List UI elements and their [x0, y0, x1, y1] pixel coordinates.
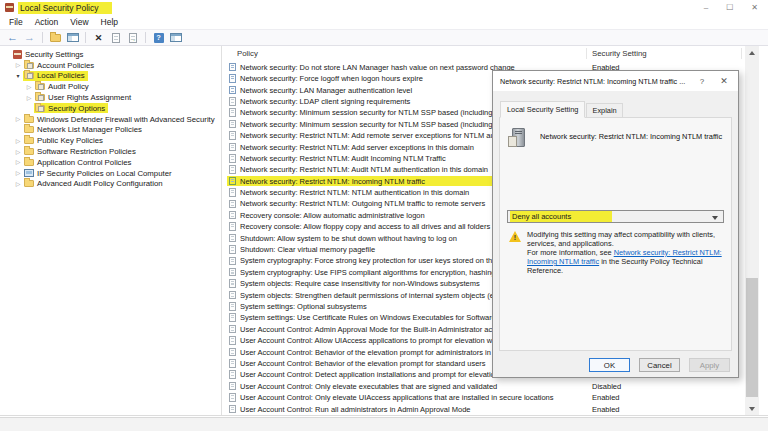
console-root-icon — [13, 50, 22, 59]
up-one-level-button[interactable] — [48, 31, 63, 44]
tree-item-label: Security Settings — [25, 50, 84, 59]
tree-item-label: Public Key Policies — [37, 136, 103, 145]
menu-view[interactable]: View — [64, 17, 94, 27]
vertical-scrollbar[interactable] — [745, 46, 759, 415]
column-header-policy[interactable]: Policy — [237, 49, 258, 58]
tree-expand-arrow-icon[interactable]: ▷ — [13, 181, 23, 187]
tree-item-label: Advanced Audit Policy Configuration — [37, 179, 163, 188]
tree-item-network-list-manager-policies[interactable]: Network List Manager Policies — [0, 125, 221, 136]
properties-button[interactable] — [108, 31, 123, 44]
column-divider[interactable] — [741, 48, 742, 59]
policy-name: User Account Control: Admin Approval Mod… — [240, 325, 496, 334]
policy-name: Network security: Force logoff when logo… — [240, 74, 423, 83]
export-list-button[interactable]: → — [125, 31, 140, 44]
tree-expand-arrow-icon[interactable]: ▷ — [13, 159, 23, 165]
policy-doc-icon — [229, 222, 236, 231]
tree-item-audit-policy[interactable]: ▷Audit Policy — [0, 81, 221, 92]
tree-item-label: IP Security Policies on Local Computer — [37, 169, 172, 178]
tree-item-application-control-policies[interactable]: ▷Application Control Policies — [0, 157, 221, 168]
setting-dropdown-value[interactable]: Deny all accounts — [510, 211, 612, 222]
new-window-button[interactable] — [168, 31, 183, 44]
folder-icon — [24, 148, 34, 155]
tree-expand-arrow-icon[interactable]: ▾ — [13, 73, 23, 79]
policy-doc-icon — [229, 97, 236, 106]
ok-button[interactable]: OK — [589, 358, 630, 372]
tree-item-windows-defender-firewall-with-advanced-[interactable]: ▷Windows Defender Firewall with Advanced… — [0, 114, 221, 125]
show-console-tree-button[interactable] — [65, 31, 80, 44]
menu-help[interactable]: Help — [95, 17, 124, 27]
tab-local-security-setting[interactable]: Local Security Setting — [500, 101, 585, 118]
tree-expand-arrow-icon[interactable]: ▷ — [13, 170, 23, 176]
status-bar — [0, 417, 768, 431]
scroll-up-button[interactable] — [745, 46, 759, 59]
tree-item-local-policies[interactable]: ▾Local Policies — [0, 71, 221, 82]
folder-icon — [35, 105, 45, 112]
policy-name: User Account Control: Allow UIAccess app… — [240, 336, 500, 345]
tree-expand-arrow-icon[interactable]: ▷ — [24, 95, 34, 101]
tree-item-ip-security-policies-on-local-computer[interactable]: ▷IP Security Policies on Local Computer — [0, 168, 221, 179]
tree-item-body: IP Security Policies on Local Computer — [23, 168, 175, 178]
policy-name: User Account Control: Run all administra… — [240, 405, 471, 414]
tree-item-account-policies[interactable]: ▷Account Policies — [0, 60, 221, 71]
forward-icon: → — [24, 32, 35, 43]
policy-doc-icon — [229, 302, 236, 311]
computer-icon — [24, 169, 34, 177]
tree-item-body: Security Options — [34, 103, 108, 113]
policy-doc-icon — [229, 234, 236, 243]
scrollbar-thumb[interactable] — [746, 278, 758, 397]
warning-intro: Modifying this setting may affect compat… — [527, 230, 715, 248]
tree-expand-arrow-icon[interactable]: ▷ — [24, 84, 34, 90]
tree-expand-arrow-icon[interactable]: ▷ — [13, 149, 23, 155]
tree-item-advanced-audit-policy-configuration[interactable]: ▷Advanced Audit Policy Configuration — [0, 179, 221, 190]
back-icon: ← — [7, 32, 18, 43]
tree-item-label: Account Policies — [37, 61, 94, 70]
maximize-button[interactable]: ☐ — [726, 3, 733, 12]
security-setting-value: Enabled — [592, 405, 620, 414]
tree-item-body: User Rights Assignment — [34, 93, 134, 103]
minimize-button[interactable]: – — [704, 3, 708, 12]
forward-button[interactable]: → — [22, 31, 37, 44]
policy-name: System settings: Optional subsystems — [240, 302, 367, 311]
close-button[interactable]: ✕ — [751, 3, 758, 12]
warning-more-prefix: For more information, see — [527, 248, 614, 257]
tree-item-security-options[interactable]: Security Options — [0, 103, 221, 114]
menu-file[interactable]: File — [3, 17, 29, 27]
policy-doc-icon — [229, 188, 236, 197]
policy-name: Recovery console: Allow floppy copy and … — [240, 222, 490, 231]
policy-name: System cryptography: Force strong key pr… — [240, 256, 506, 265]
policy-row[interactable]: User Account Control: Run all administra… — [223, 403, 744, 414]
back-button[interactable]: ← — [5, 31, 20, 44]
policy-name: Network security: Restrict NTLM: NTLM au… — [240, 188, 469, 197]
cancel-button[interactable]: Cancel — [639, 358, 680, 372]
scroll-down-button[interactable] — [745, 402, 759, 415]
column-divider[interactable] — [586, 48, 587, 59]
tree-item-user-rights-assignment[interactable]: ▷User Rights Assignment — [0, 92, 221, 103]
column-header-security-setting[interactable]: Security Setting — [592, 49, 647, 58]
menu-action[interactable]: Action — [29, 17, 65, 27]
toolbar-separator — [42, 32, 43, 43]
policy-row[interactable]: User Account Control: Only elevate execu… — [223, 380, 744, 391]
tree-item-security-settings[interactable]: Security Settings — [0, 49, 221, 60]
help-button[interactable]: ? — [151, 31, 166, 44]
policy-row[interactable]: User Account Control: Only elevate UIAcc… — [223, 392, 744, 403]
folder-icon — [24, 159, 34, 166]
policy-name: User Account Control: Only elevate UIAcc… — [240, 393, 554, 402]
dialog-help-button[interactable]: ? — [694, 71, 710, 91]
apply-button[interactable]: Apply — [689, 358, 730, 372]
tree-item-public-key-policies[interactable]: ▷Public Key Policies — [0, 135, 221, 146]
tree-item-software-restriction-policies[interactable]: ▷Software Restriction Policies — [0, 146, 221, 157]
dialog-close-icon[interactable]: ✕ — [716, 71, 732, 91]
policy-doc-icon — [229, 245, 236, 254]
tree-expand-arrow-icon[interactable]: ▷ — [13, 116, 23, 122]
tree-expand-arrow-icon[interactable]: ▷ — [13, 138, 23, 144]
folder-icon — [24, 116, 34, 123]
tree-expand-arrow-icon[interactable]: ▷ — [13, 62, 23, 68]
tree-item-body: Account Policies — [23, 60, 97, 70]
policy-doc-icon — [229, 359, 236, 368]
policy-doc-icon — [229, 86, 236, 95]
setting-dropdown[interactable]: Deny all accounts — [507, 210, 724, 223]
delete-button[interactable]: ✕ — [91, 31, 106, 44]
chevron-down-icon[interactable] — [712, 216, 718, 220]
tab-explain[interactable]: Explain — [586, 103, 622, 118]
policy-doc-icon — [229, 200, 236, 209]
